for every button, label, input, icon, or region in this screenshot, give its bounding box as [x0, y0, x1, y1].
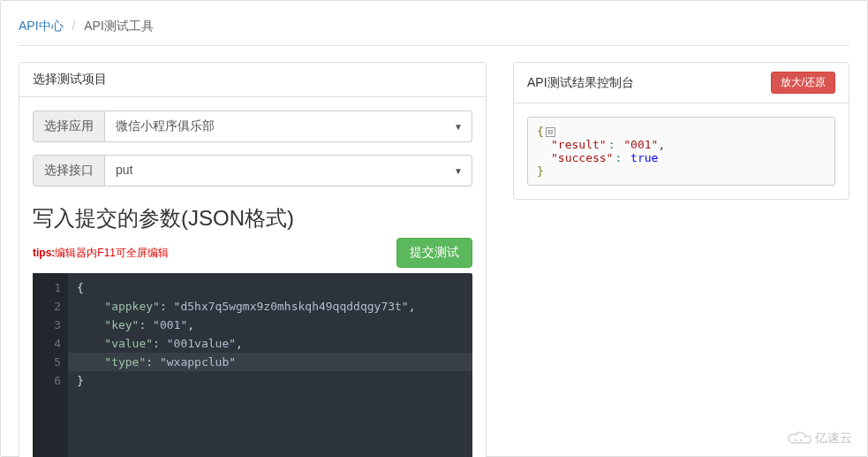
interface-select-group: 选择接口 put ▼: [33, 155, 472, 187]
result-console-panel: API测试结果控制台 放大/还原 {⊟ "result": "001", "su…: [513, 62, 849, 200]
collapse-node-icon[interactable]: ⊟: [546, 127, 555, 137]
code-key: "key": [104, 318, 139, 331]
code-key: "value": [104, 337, 153, 350]
app-select-value: 微信小程序俱乐部: [105, 111, 472, 141]
json-editor[interactable]: 1 2 3 4 5 6 { "appkey": "d5hx7q5wgmx9z0m…: [33, 273, 472, 457]
breadcrumb-current: API测试工具: [84, 19, 154, 33]
svg-point-0: [795, 439, 797, 442]
zoom-toggle-button[interactable]: 放大/还原: [771, 72, 835, 94]
breadcrumb: API中心 / API测试工具: [19, 10, 849, 46]
watermark: 亿速云: [787, 430, 852, 446]
line-number: 1: [45, 278, 61, 297]
code-value: "001value": [167, 337, 236, 350]
panel-title: 选择测试项目: [19, 63, 486, 97]
app-select[interactable]: 微信小程序俱乐部 ▼: [105, 110, 472, 142]
breadcrumb-root-link[interactable]: API中心: [19, 19, 64, 33]
select-project-title: 选择测试项目: [33, 72, 107, 88]
code-brace: {: [77, 281, 84, 294]
code-value: "001": [153, 318, 187, 331]
tips-text: tips:编辑器内F11可全屏编辑: [33, 246, 169, 261]
result-console-title: API测试结果控制台: [527, 75, 634, 91]
result-value: "001": [623, 138, 658, 151]
result-key: "success": [551, 151, 613, 164]
line-number: 3: [45, 316, 61, 334]
cloud-icon: [787, 430, 811, 446]
watermark-text: 亿速云: [815, 430, 852, 446]
code-key: "type": [104, 355, 146, 369]
interface-select-value: put: [105, 156, 472, 184]
editor-code[interactable]: { "appkey": "d5hx7q5wgmx9z0mhskqh49qqddq…: [68, 273, 472, 457]
interface-select[interactable]: put ▼: [105, 155, 472, 187]
editor-gutter: 1 2 3 4 5 6: [33, 273, 68, 457]
code-value: "wxappclub": [160, 355, 236, 369]
result-value: true: [630, 151, 658, 164]
code-value: "d5hx7q5wgmx9z0mhskqh49qqddqgy73t": [174, 300, 409, 313]
code-key: "appkey": [104, 300, 160, 313]
result-json-viewer: {⊟ "result": "001", "success": true }: [527, 117, 835, 186]
tips-content: 编辑器内F11可全屏编辑: [55, 247, 169, 259]
app-select-label: 选择应用: [33, 110, 105, 142]
code-brace: }: [77, 374, 84, 387]
submit-test-button[interactable]: 提交测试: [396, 238, 472, 268]
line-number: 2: [45, 297, 61, 316]
params-section-title: 写入提交的参数(JSON格式): [33, 204, 472, 232]
select-project-panel: 选择测试项目 选择应用 微信小程序俱乐部 ▼ 选择接口 put: [19, 62, 487, 457]
breadcrumb-separator: /: [72, 19, 75, 33]
line-number: 5: [45, 353, 61, 371]
result-brace: }: [537, 164, 544, 178]
tips-label: tips:: [33, 247, 55, 259]
app-select-group: 选择应用 微信小程序俱乐部 ▼: [33, 110, 472, 142]
interface-select-label: 选择接口: [33, 155, 105, 187]
result-key: "result": [551, 138, 607, 151]
svg-point-1: [800, 439, 803, 442]
result-brace: {: [537, 125, 544, 138]
chevron-down-icon: ▼: [454, 122, 463, 132]
line-number: 6: [45, 371, 61, 390]
chevron-down-icon: ▼: [454, 166, 463, 176]
line-number: 4: [45, 334, 61, 353]
